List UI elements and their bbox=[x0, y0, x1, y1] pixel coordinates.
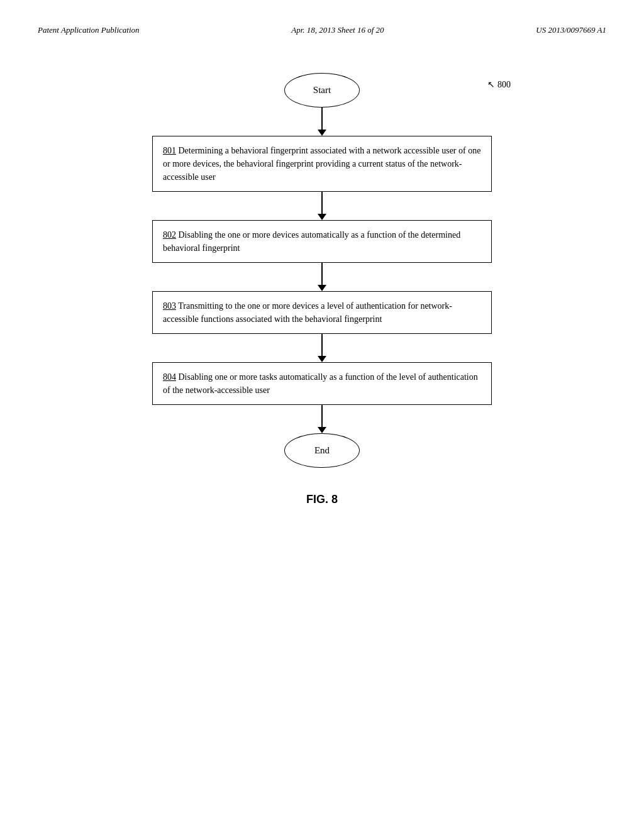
page: Patent Application Publication Apr. 18, … bbox=[0, 0, 644, 830]
arrow-2 bbox=[318, 214, 326, 220]
arrow-3 bbox=[318, 285, 326, 291]
ref-number-label: 800 bbox=[497, 80, 511, 90]
line-2 bbox=[321, 192, 323, 214]
end-label: End bbox=[314, 445, 330, 456]
step-801-number: 801 bbox=[163, 146, 176, 155]
header-date-sheet: Apr. 18, 2013 Sheet 16 of 20 bbox=[291, 25, 384, 35]
connector-5 bbox=[318, 405, 326, 433]
step-804-box: 804 Disabling one or more tasks automati… bbox=[152, 362, 492, 405]
arrow-5 bbox=[318, 427, 326, 433]
step-802-text: Disabling the one or more devices automa… bbox=[163, 230, 460, 253]
ref-number-800: ↖ 800 bbox=[487, 79, 511, 90]
ref-arrow-symbol: ↖ bbox=[487, 79, 495, 90]
connector-4 bbox=[318, 334, 326, 362]
end-oval: End bbox=[284, 433, 360, 468]
line-3 bbox=[321, 263, 323, 285]
step-804-number: 804 bbox=[163, 372, 176, 382]
flowchart-diagram: ↖ 800 Start 801 Determining a behavioral… bbox=[38, 73, 606, 506]
figure-label: FIG. 8 bbox=[306, 493, 338, 506]
step-801-box: 801 Determining a behavioral fingerprint… bbox=[152, 136, 492, 192]
step-802-box: 802 Disabling the one or more devices au… bbox=[152, 220, 492, 263]
start-oval: Start bbox=[284, 73, 360, 108]
page-header: Patent Application Publication Apr. 18, … bbox=[38, 25, 606, 35]
connector-3 bbox=[318, 263, 326, 291]
step-801-text: Determining a behavioral fingerprint ass… bbox=[163, 146, 480, 182]
connector-2 bbox=[318, 192, 326, 220]
step-802-number: 802 bbox=[163, 230, 176, 240]
step-803-number: 803 bbox=[163, 301, 176, 311]
line-5 bbox=[321, 405, 323, 427]
arrow-4 bbox=[318, 356, 326, 362]
line-1 bbox=[321, 108, 323, 130]
step-804-text: Disabling one or more tasks automaticall… bbox=[163, 372, 478, 395]
connector-1 bbox=[318, 108, 326, 136]
start-label: Start bbox=[313, 85, 331, 96]
step-803-text: Transmitting to the one or more devices … bbox=[163, 301, 452, 324]
header-patent-number: US 2013/0097669 A1 bbox=[536, 25, 606, 35]
step-803-box: 803 Transmitting to the one or more devi… bbox=[152, 291, 492, 334]
line-4 bbox=[321, 334, 323, 356]
header-publication-type: Patent Application Publication bbox=[38, 25, 140, 35]
arrow-1 bbox=[318, 130, 326, 136]
